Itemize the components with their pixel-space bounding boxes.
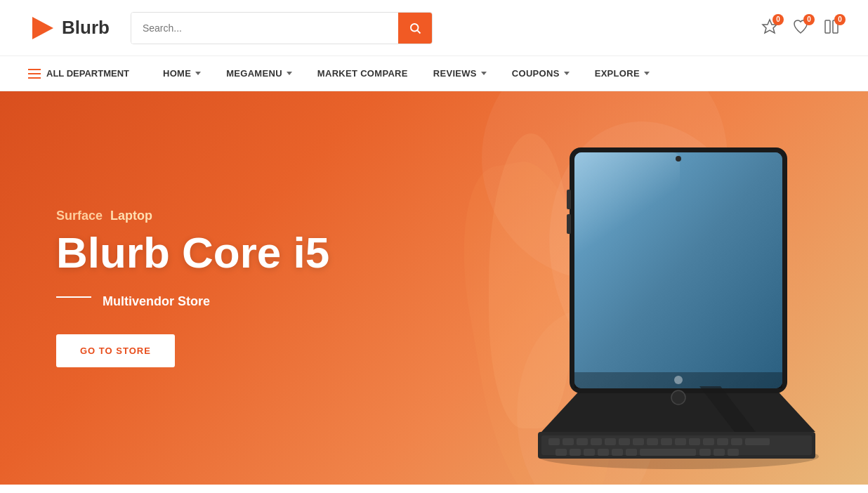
svg-rect-31 (699, 449, 711, 456)
svg-rect-33 (728, 449, 739, 456)
header: Blurb 0 0 0 (0, 0, 868, 56)
search-icon (409, 22, 421, 34)
nav-link-home[interactable]: HOME (150, 56, 213, 91)
hamburger-icon (28, 69, 41, 79)
tablet-svg (461, 112, 826, 485)
logo-text: Blurb (62, 17, 110, 39)
svg-rect-25 (570, 449, 581, 456)
svg-rect-29 (626, 449, 637, 456)
svg-point-40 (674, 376, 683, 384)
hero-description: Multivendor Store (56, 294, 329, 309)
svg-point-42 (676, 156, 681, 162)
svg-rect-11 (577, 438, 588, 445)
heart-icon-wrap[interactable]: 0 (792, 18, 809, 38)
wishlist-icon-wrap[interactable]: 0 (761, 18, 778, 38)
compare-badge: 0 (834, 14, 846, 25)
nav-item-market-compare[interactable]: MARKET COMPARE (305, 56, 421, 91)
nav-link-reviews[interactable]: REVIEWS (421, 56, 499, 91)
svg-point-41 (671, 390, 685, 405)
search-button[interactable] (398, 13, 432, 44)
svg-rect-10 (563, 438, 574, 445)
department-menu[interactable]: ALL DEPARTMENT (28, 68, 129, 79)
nav-link-market-compare[interactable]: MARKET COMPARE (305, 56, 421, 91)
chevron-down-icon (195, 72, 201, 75)
svg-point-1 (411, 24, 419, 32)
hero-content: Surface Laptop Blurb Core i5 Multivendor… (0, 209, 329, 367)
chevron-down-icon (564, 72, 570, 75)
goto-store-button[interactable]: GO TO STORE (56, 334, 175, 367)
logo[interactable]: Blurb (28, 14, 110, 42)
hero-section: Surface Laptop Blurb Core i5 Multivendor… (0, 91, 868, 485)
nav-item-explore[interactable]: EXPLORE (582, 56, 662, 91)
svg-rect-17 (661, 438, 672, 445)
hero-subtitle-accent: Laptop (110, 209, 152, 223)
nav-link-coupons[interactable]: COUPONS (499, 56, 582, 91)
header-icons: 0 0 0 (761, 18, 840, 38)
svg-rect-13 (605, 438, 616, 445)
hero-title: Blurb Core i5 (56, 229, 329, 277)
svg-rect-20 (703, 438, 714, 445)
svg-rect-18 (675, 438, 686, 445)
search-bar (131, 12, 433, 44)
hero-product-image (461, 112, 826, 485)
hero-subtitle: Surface Laptop (56, 209, 329, 223)
svg-rect-44 (567, 214, 571, 234)
nav-links: HOME MEGAMENU MARKET COMPARE REVIEWS COU… (150, 56, 662, 91)
svg-rect-24 (555, 449, 567, 456)
logo-icon (28, 14, 56, 42)
svg-rect-28 (612, 449, 623, 456)
svg-rect-15 (633, 438, 644, 445)
svg-rect-14 (619, 438, 630, 445)
nav-link-megamenu[interactable]: MEGAMENU (213, 56, 305, 91)
svg-rect-23 (745, 438, 770, 445)
svg-rect-26 (584, 449, 595, 456)
svg-rect-9 (548, 438, 560, 445)
svg-rect-32 (714, 449, 725, 456)
svg-line-2 (417, 30, 420, 33)
svg-rect-19 (689, 438, 700, 445)
svg-rect-12 (591, 438, 602, 445)
nav-item-reviews[interactable]: REVIEWS (421, 56, 499, 91)
svg-marker-0 (32, 17, 53, 39)
compare-icon-wrap[interactable]: 0 (823, 18, 840, 38)
hero-divider (56, 296, 91, 298)
chevron-down-icon (287, 72, 292, 75)
svg-rect-38 (574, 152, 680, 293)
nav-item-coupons[interactable]: COUPONS (499, 56, 582, 91)
nav-item-home[interactable]: HOME (150, 56, 213, 91)
svg-rect-27 (598, 449, 609, 456)
svg-rect-21 (717, 438, 728, 445)
svg-rect-16 (647, 438, 658, 445)
chevron-down-icon (644, 72, 650, 75)
hero-subtitle-plain: Surface (56, 209, 103, 223)
svg-rect-22 (731, 438, 742, 445)
svg-rect-4 (825, 20, 830, 33)
svg-rect-43 (567, 190, 571, 209)
nav-item-megamenu[interactable]: MEGAMENU (213, 56, 305, 91)
chevron-down-icon (481, 72, 487, 75)
wishlist-badge: 0 (772, 14, 784, 25)
svg-rect-30 (640, 449, 696, 456)
search-input[interactable] (131, 13, 398, 44)
department-label: ALL DEPARTMENT (46, 68, 129, 79)
nav-link-explore[interactable]: EXPLORE (582, 56, 662, 91)
navbar: ALL DEPARTMENT HOME MEGAMENU MARKET COMP… (0, 56, 868, 91)
heart-badge: 0 (803, 14, 815, 25)
